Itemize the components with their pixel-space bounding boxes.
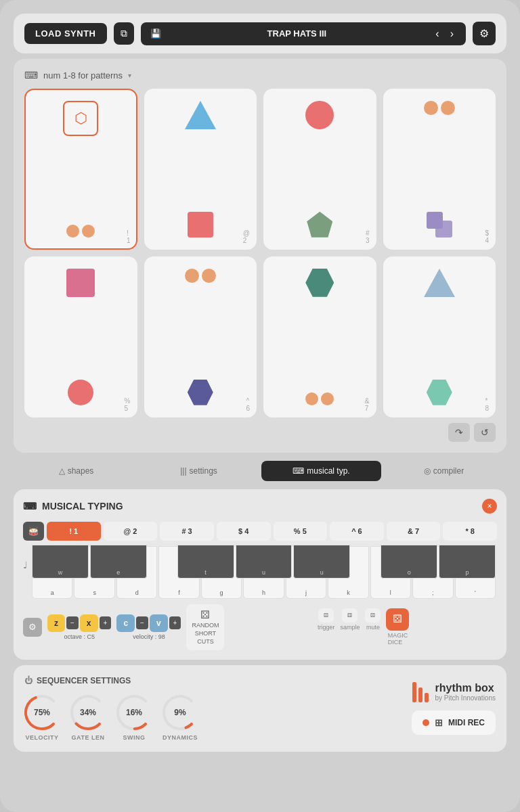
key-v-button[interactable]: v	[150, 614, 168, 632]
musical-typing-panel: ⌨ MUSICAL TYPING × 🥁 ! 1 @ 2 # 3 $ 4 % 5…	[14, 489, 506, 660]
knob-dial-gate_len[interactable]: 34%	[70, 695, 106, 730]
card-number-3: # 3	[366, 229, 370, 244]
knob-dial-swing[interactable]: 16%	[116, 695, 152, 730]
seq-title: ⏻ SEQUENCER SETTINGS	[24, 676, 401, 685]
trigger-button[interactable]: ⚄	[318, 608, 334, 623]
piano-keyboard: w e t u u o p a s d f g h	[30, 545, 497, 599]
num-key-1[interactable]: ! 1	[47, 522, 101, 541]
pattern-card-6[interactable]: ^ 6	[144, 256, 257, 418]
num-key-7[interactable]: & 7	[387, 522, 441, 541]
key-x-button[interactable]: x	[80, 614, 98, 632]
key-u2[interactable]: u	[293, 545, 350, 579]
knob-value-gate_len: 34%	[80, 708, 96, 717]
undo-button[interactable]: ↺	[474, 423, 496, 442]
magic-dice-label: MAGICDICE	[388, 632, 408, 646]
floppy-icon: 💾	[150, 28, 161, 39]
brand-bar-3	[425, 693, 429, 702]
redo-button[interactable]: ↷	[448, 423, 470, 442]
key-w[interactable]: w	[32, 545, 89, 579]
brand-bar-2	[418, 687, 422, 702]
knob-gate_len[interactable]: 34% GATE LEN	[70, 695, 106, 741]
tab-label-settings: settings	[190, 466, 217, 476]
pattern-card-5[interactable]: % 5	[24, 256, 137, 418]
settings-button[interactable]: ⚙	[473, 22, 496, 45]
knob-velocity[interactable]: 75% VELOCITY	[24, 695, 60, 741]
close-panel-button[interactable]: ×	[482, 499, 497, 514]
ctrl-gear-button[interactable]: ⚙	[23, 618, 42, 637]
pattern-card-1[interactable]: ⬡! 1	[24, 89, 137, 250]
pattern-hint: num 1-8 for patterns	[43, 70, 123, 81]
velocity-minus-button[interactable]: −	[136, 616, 148, 629]
num-key-8[interactable]: * 8	[443, 522, 497, 541]
card-bot-shape-7	[273, 390, 367, 408]
card-number-4: $ 4	[485, 229, 489, 244]
num-key-6[interactable]: ^ 6	[330, 522, 384, 541]
random-shortcuts-button[interactable]: ⚄ RANDOMSHORTCUTS	[186, 604, 224, 650]
tab-musical_typing[interactable]: ⌨ musical typ.	[261, 461, 381, 481]
midi-rec-button[interactable]: ⊞ MIDI REC	[412, 710, 496, 735]
load-synth-button[interactable]: LOAD SYNTH	[24, 23, 107, 44]
card-bot-shape-3	[273, 209, 367, 240]
trigger-label: trigger	[318, 624, 335, 631]
note-icon: ♩	[23, 560, 28, 584]
tab-settings[interactable]: ||| settings	[139, 461, 259, 481]
copy-button[interactable]: ⧉	[114, 22, 134, 45]
preset-name: TRAP HATS III	[167, 28, 428, 39]
pattern-card-2[interactable]: @ 2	[144, 89, 257, 250]
tabs-bar: △ shapes||| settings⌨ musical typ.◎ comp…	[14, 458, 506, 484]
card-number-8: * 8	[485, 397, 489, 412]
magic-dice-button[interactable]: ⚄	[386, 608, 409, 631]
tab-compiler[interactable]: ◎ compiler	[384, 461, 504, 481]
key-t[interactable]: t	[177, 545, 234, 579]
card-bot-shape-8	[393, 377, 487, 408]
mute-button[interactable]: ⚄	[365, 608, 381, 623]
brand-bar-1	[412, 682, 416, 702]
prev-preset-button[interactable]: ‹	[433, 28, 441, 40]
pattern-card-7[interactable]: & 7	[263, 256, 376, 418]
copy-icon: ⧉	[121, 28, 127, 39]
pattern-card-4[interactable]: $ 4	[383, 89, 496, 250]
octave-display: octave : C5	[64, 633, 95, 640]
controls-row: ⚙ z − x + octave : C5 c − v +	[23, 604, 497, 650]
key-c-button[interactable]: c	[116, 614, 135, 632]
key-u[interactable]: u	[236, 545, 292, 579]
num-key-3[interactable]: # 3	[160, 522, 214, 541]
num-key-4[interactable]: $ 4	[217, 522, 271, 541]
knob-value-dynamics: 9%	[174, 708, 186, 717]
knob-dynamics[interactable]: 9% DYNAMICS	[162, 695, 198, 741]
sample-label: sample	[340, 624, 360, 631]
num-key-2[interactable]: @ 2	[104, 522, 158, 541]
card-number-6: ^ 6	[246, 397, 250, 412]
key-z-button[interactable]: z	[47, 614, 65, 632]
next-preset-button[interactable]: ›	[448, 28, 456, 40]
knob-dial-dynamics[interactable]: 9%	[162, 695, 198, 730]
pattern-card-3[interactable]: # 3	[263, 89, 376, 250]
tab-icon-shapes: △	[59, 466, 65, 476]
drum-icon: 🥁	[23, 522, 44, 541]
card-bot-shape-5	[34, 377, 128, 408]
octave-minus-button[interactable]: −	[66, 616, 79, 629]
key-e[interactable]: e	[90, 545, 147, 579]
card-bot-shape-2	[154, 209, 248, 240]
magic-dice-action: ⚄ MAGICDICE	[386, 608, 409, 646]
pattern-card-8[interactable]: * 8	[383, 256, 496, 418]
sample-button[interactable]: ⚅	[342, 608, 358, 623]
rec-dot-icon	[422, 719, 429, 726]
rhythm-box-brand: rhythm box by Pitch Innovations	[412, 681, 496, 702]
tab-shapes[interactable]: △ shapes	[16, 461, 136, 481]
mute-action: ⚄ mute	[365, 608, 381, 646]
tab-label-shapes: shapes	[68, 466, 94, 476]
knob-label-gate_len: GATE LEN	[72, 734, 105, 741]
card-top-shape-7	[273, 266, 367, 300]
key-o[interactable]: o	[381, 545, 437, 579]
octave-plus-button[interactable]: +	[100, 616, 112, 629]
knob-dial-velocity[interactable]: 75%	[24, 695, 60, 730]
card-top-shape-3	[273, 98, 367, 132]
sample-action: ⚅ sample	[340, 608, 360, 646]
midi-rec-label: MIDI REC	[448, 718, 485, 727]
velocity-plus-button[interactable]: +	[169, 616, 181, 629]
brand-text: rhythm box by Pitch Innovations	[435, 681, 496, 702]
knob-swing[interactable]: 16% SWING	[116, 695, 152, 741]
num-key-5[interactable]: % 5	[274, 522, 328, 541]
key-p[interactable]: p	[439, 545, 496, 579]
